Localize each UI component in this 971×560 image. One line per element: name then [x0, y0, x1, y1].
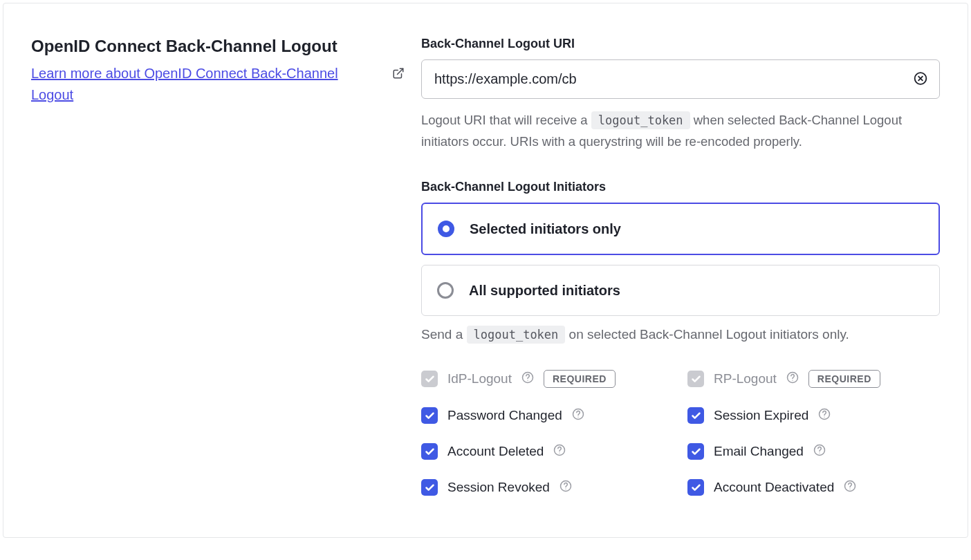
- uri-label: Back-Channel Logout URI: [421, 37, 940, 51]
- svg-point-13: [560, 453, 560, 454]
- radio-label: All supported initiators: [469, 283, 620, 299]
- checkbox-icon: [421, 443, 438, 460]
- check-label: Session Revoked: [447, 480, 550, 495]
- initiators-label: Back-Channel Logout Initiators: [421, 180, 940, 194]
- radio-icon: [438, 221, 454, 237]
- svg-point-15: [819, 453, 820, 454]
- code-chip: logout_token: [467, 326, 566, 344]
- checkbox-icon: [687, 407, 704, 424]
- svg-point-11: [824, 417, 825, 418]
- section-header: OpenID Connect Back-Channel Logout Learn…: [31, 37, 405, 496]
- help-icon[interactable]: [786, 371, 799, 386]
- initiators-help-text: Send a logout_token on selected Back-Cha…: [421, 327, 940, 342]
- radio-selected-initiators[interactable]: Selected initiators only: [421, 203, 940, 255]
- clear-input-button[interactable]: [911, 68, 930, 90]
- svg-line-0: [398, 68, 403, 74]
- uri-help-text: Logout URI that will receive a logout_to…: [421, 110, 940, 152]
- check-idp-logout: IdP-Logout REQUIRED: [421, 370, 674, 388]
- svg-point-5: [527, 380, 528, 381]
- check-label: IdP-Logout: [447, 371, 512, 386]
- check-rp-logout: RP-Logout REQUIRED: [687, 370, 940, 388]
- external-link-icon: [392, 67, 405, 82]
- check-label: Session Expired: [714, 408, 808, 423]
- help-icon[interactable]: [553, 444, 566, 459]
- help-icon[interactable]: [844, 480, 856, 495]
- checkbox-icon: [687, 371, 704, 387]
- radio-all-initiators[interactable]: All supported initiators: [421, 265, 940, 316]
- check-label: Account Deleted: [447, 444, 544, 459]
- check-account-deleted[interactable]: Account Deleted: [421, 443, 674, 460]
- check-session-revoked[interactable]: Session Revoked: [421, 479, 674, 496]
- check-label: Email Changed: [714, 444, 804, 459]
- settings-panel: OpenID Connect Back-Channel Logout Learn…: [3, 3, 968, 538]
- checkbox-icon: [687, 479, 704, 496]
- check-account-deactivated[interactable]: Account Deactivated: [687, 479, 940, 496]
- settings-form: Back-Channel Logout URI Logout URI that …: [421, 37, 940, 496]
- check-email-changed[interactable]: Email Changed: [687, 443, 940, 460]
- svg-point-19: [850, 489, 851, 489]
- checkbox-icon: [687, 443, 704, 460]
- checkbox-icon: [421, 479, 438, 496]
- initiators-radio-group: Selected initiators only All supported i…: [421, 203, 940, 316]
- code-chip: logout_token: [591, 111, 690, 129]
- check-session-expired[interactable]: Session Expired: [687, 407, 940, 424]
- svg-point-17: [565, 489, 566, 489]
- checkbox-icon: [421, 371, 438, 387]
- check-label: RP-Logout: [714, 371, 777, 386]
- radio-icon: [437, 282, 454, 299]
- check-label: Password Changed: [447, 408, 562, 423]
- learn-more-link[interactable]: Learn more about OpenID Connect Back-Cha…: [31, 66, 338, 102]
- required-badge: REQUIRED: [544, 370, 616, 388]
- initiators-checklist: IdP-Logout REQUIRED RP-Logout REQUIRED: [421, 370, 940, 496]
- logout-uri-input[interactable]: [421, 59, 940, 99]
- svg-point-9: [577, 417, 578, 418]
- checkbox-icon: [421, 407, 438, 424]
- check-password-changed[interactable]: Password Changed: [421, 407, 674, 424]
- radio-label: Selected initiators only: [470, 221, 621, 237]
- help-icon[interactable]: [521, 371, 534, 386]
- required-badge: REQUIRED: [808, 370, 880, 388]
- help-icon[interactable]: [560, 480, 572, 495]
- check-label: Account Deactivated: [714, 480, 834, 495]
- clear-icon: [914, 71, 927, 87]
- section-title: OpenID Connect Back-Channel Logout: [31, 37, 405, 56]
- help-icon[interactable]: [813, 444, 826, 459]
- svg-point-7: [792, 380, 793, 381]
- help-icon[interactable]: [818, 408, 831, 423]
- help-icon[interactable]: [572, 408, 584, 423]
